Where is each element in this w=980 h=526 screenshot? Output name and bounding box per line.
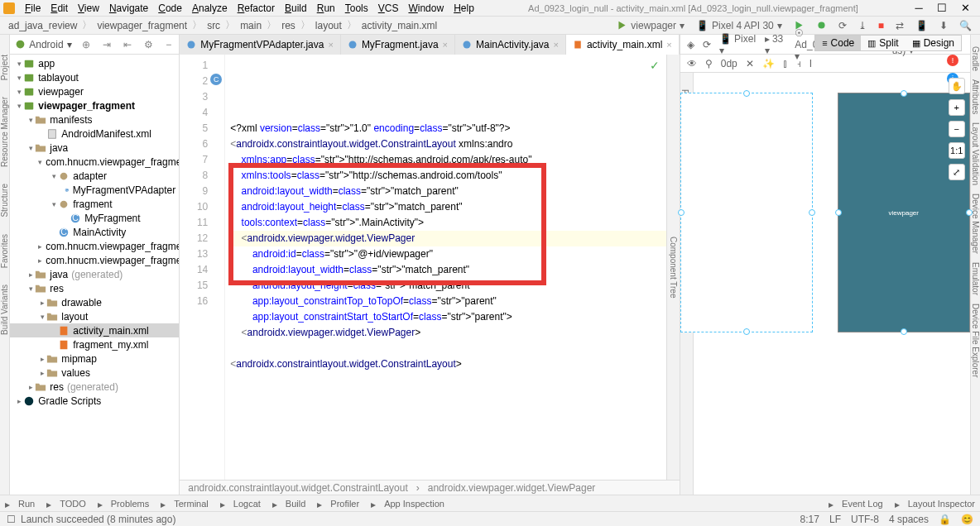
zoom-in-icon[interactable]: + xyxy=(949,99,965,116)
tool-tab-layout-validation[interactable]: Layout Validation xyxy=(971,122,980,185)
read-only-icon[interactable]: 🔒 xyxy=(939,514,951,525)
code-line[interactable]: tools:context=class="str">".MainActivity… xyxy=(230,215,665,231)
tree-node[interactable]: ▾tablayout xyxy=(10,70,179,84)
class-gutter-icon[interactable]: C xyxy=(210,74,222,85)
pack-icon[interactable]: ⫿ xyxy=(783,58,788,69)
tree-node[interactable]: activity_main.xml xyxy=(10,323,179,337)
code-line[interactable]: xmlns:app=class="str">"http://schemas.an… xyxy=(230,152,665,168)
tree-node[interactable]: ▸mipmap xyxy=(10,351,179,366)
tree-node[interactable]: ▾layout xyxy=(10,309,179,323)
tree-node[interactable]: CMyFragment xyxy=(10,211,179,225)
sync-button[interactable]: ⇄ xyxy=(892,20,907,31)
breadcrumb-item[interactable]: androidx.constraintlayout.widget.Constra… xyxy=(188,482,408,494)
component-tree-tab[interactable]: Component Tree xyxy=(669,237,678,299)
tool-tab-device-file-explorer[interactable]: Device File Explorer xyxy=(971,304,980,377)
collapse-all-icon[interactable]: ⇥ xyxy=(100,39,113,50)
avd-button[interactable]: 📱 xyxy=(912,20,931,31)
breadcrumb[interactable]: layout xyxy=(312,20,345,31)
tool-tab-attributes[interactable]: Attributes xyxy=(971,79,980,114)
code-line[interactable] xyxy=(230,341,665,356)
menu-run[interactable]: Run xyxy=(312,2,340,14)
device-dropdown[interactable]: 📱 Pixel 4 API 30 ▾ xyxy=(693,20,785,31)
code-line[interactable]: android:layout_height=class="str">"match… xyxy=(230,199,665,215)
inspection-ok-icon[interactable]: ✓ xyxy=(650,58,660,74)
cursor-position[interactable]: 8:17 xyxy=(800,514,819,525)
expand-all-icon[interactable]: ⇤ xyxy=(121,39,134,50)
search-button[interactable]: 🔍 xyxy=(956,20,975,31)
toolwin-app-inspection[interactable]: ▸App Inspection xyxy=(371,499,444,509)
code-line[interactable]: app:layout_constraintStart_toStartOf=cla… xyxy=(230,309,665,325)
orientation-icon[interactable]: ⟳ xyxy=(703,39,711,50)
maximize-button[interactable]: ☐ xyxy=(930,2,954,14)
file-encoding[interactable]: UTF-8 xyxy=(851,514,879,525)
tree-node[interactable]: ▸java(generated) xyxy=(10,267,179,281)
tree-node[interactable]: ▸Gradle Scripts xyxy=(10,394,179,408)
settings-icon[interactable]: ⚙ xyxy=(142,39,156,50)
error-indicator[interactable]: ! xyxy=(947,55,958,66)
autoconnect-icon[interactable]: ⚲ xyxy=(705,58,713,69)
toolwin-build[interactable]: ▸Build xyxy=(272,499,305,509)
breadcrumb[interactable]: src xyxy=(204,20,223,31)
toolwin-profiler[interactable]: ▸Profiler xyxy=(317,499,359,509)
view-mode-design[interactable]: ▦ Design xyxy=(906,36,961,50)
tree-node[interactable]: ▾fragment xyxy=(10,197,179,211)
breadcrumb[interactable]: ad_java_review xyxy=(5,20,80,31)
tool-tab-gradle[interactable]: Gradle xyxy=(971,46,980,71)
menu-code[interactable]: Code xyxy=(153,2,187,14)
editor-gutter[interactable]: C 12345678910111213141516 xyxy=(180,55,225,480)
default-margins[interactable]: 0dp xyxy=(721,58,737,69)
close-button[interactable]: ✕ xyxy=(954,2,977,14)
editor-tab[interactable]: activity_main.xml× xyxy=(566,35,680,55)
menu-tools[interactable]: Tools xyxy=(340,2,373,14)
toolwin-logcat[interactable]: ▸Logcat xyxy=(220,499,261,509)
minimize-button[interactable]: ─ xyxy=(907,2,930,14)
tree-node[interactable]: AndroidManifest.xml xyxy=(10,127,179,141)
breadcrumb[interactable]: res xyxy=(278,20,299,31)
menu-build[interactable]: Build xyxy=(280,2,312,14)
design-surface-icon[interactable]: ◈ xyxy=(687,39,694,50)
code-line[interactable]: <?xml version=class="str">"1.0" encoding… xyxy=(230,121,665,136)
tool-tab-favorites[interactable]: Favorites xyxy=(0,234,9,268)
toolwin-layout-inspector[interactable]: ▸Layout Inspector xyxy=(895,499,975,509)
project-tree[interactable]: ▾app▾tablayout▾viewpager▾viewpager_fragm… xyxy=(10,55,179,495)
code-line[interactable]: app:layout_constraintTop_toTopOf=class="… xyxy=(230,294,665,309)
tree-node[interactable]: ▸values xyxy=(10,366,179,380)
breadcrumb[interactable]: viewpager_fragment xyxy=(94,20,190,31)
tool-tab-build-variants[interactable]: Build Variants xyxy=(0,285,9,335)
menu-vcs[interactable]: VCS xyxy=(373,2,404,14)
close-tab-icon[interactable]: × xyxy=(328,40,333,50)
tree-node[interactable]: ▾viewpager_fragment xyxy=(10,98,179,112)
close-tab-icon[interactable]: × xyxy=(554,40,559,50)
breadcrumb-item[interactable]: androidx.viewpager.widget.ViewPager xyxy=(428,482,596,494)
toolwin-problems[interactable]: ▸Problems xyxy=(98,499,149,509)
tree-node[interactable]: ▸res(generated) xyxy=(10,380,179,394)
tree-node[interactable]: ▾manifests xyxy=(10,112,179,127)
device-type-dropdown[interactable]: 📱 Pixel ▾ xyxy=(719,33,757,56)
toolwin-event-log[interactable]: ▸Event Log xyxy=(829,499,883,509)
tool-tab-emulator[interactable]: Emulator xyxy=(971,262,980,295)
close-tab-icon[interactable]: × xyxy=(443,40,448,50)
zoom-reset-icon[interactable]: ⤢ xyxy=(949,164,965,180)
preview-canvas[interactable]: Palette viewpager ✋ + − 1:1 ⤢ xyxy=(680,73,970,495)
editor-tab[interactable]: MainActivity.java× xyxy=(455,35,566,55)
zoom-out-icon[interactable]: − xyxy=(949,121,965,137)
tool-tab-resource-manager[interactable]: Resource Manager xyxy=(0,97,9,167)
tool-tab-project[interactable]: Project xyxy=(0,55,9,80)
api-dropdown[interactable]: ▸ 33 ▾ xyxy=(765,33,787,56)
code-line[interactable]: <androidx.viewpager.widget.ViewPager> xyxy=(230,325,665,341)
code-line[interactable]: android:layout_height=class="str">"match… xyxy=(230,278,665,294)
tree-node[interactable]: CMainActivity xyxy=(10,225,179,239)
tree-node[interactable]: fragment_my.xml xyxy=(10,337,179,351)
menu-help[interactable]: Help xyxy=(449,2,479,14)
align-icon[interactable]: ⫞ xyxy=(796,58,801,69)
code-editor[interactable]: ✓ <?xml version=class="str">"1.0" encodi… xyxy=(225,55,665,480)
guidelines-icon[interactable]: I xyxy=(809,58,812,69)
toolwin-run[interactable]: ▸Run xyxy=(5,499,35,509)
tool-tab-device-manager[interactable]: Device Manager xyxy=(971,194,980,254)
hide-icon[interactable]: − xyxy=(163,39,174,50)
tool-tab-structure[interactable]: Structure xyxy=(0,184,9,218)
tree-node[interactable]: ▾adapter xyxy=(10,169,179,183)
tree-node[interactable]: ▾viewpager xyxy=(10,84,179,98)
toolwin-terminal[interactable]: ▸Terminal xyxy=(161,499,209,509)
tree-node[interactable]: ▸com.hnucm.viewpager_fragment(test) xyxy=(10,253,179,267)
